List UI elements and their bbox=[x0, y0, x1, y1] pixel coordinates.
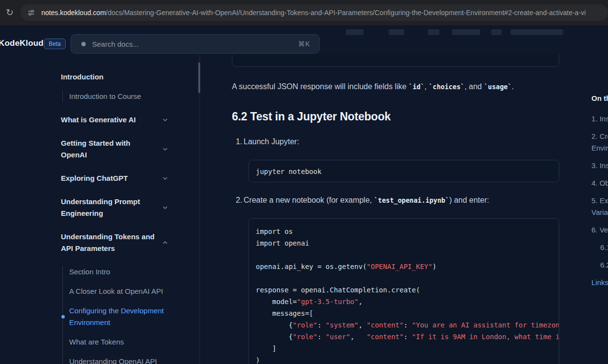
url-host: notes.kodekloud.com bbox=[41, 9, 106, 17]
sidebar-item-section-intro[interactable]: Section Intro bbox=[69, 266, 166, 278]
beta-badge: Beta bbox=[44, 38, 66, 49]
sidebar-group-label: What is Generative AI bbox=[61, 114, 136, 126]
sidebar-item-a-closer-look-at-openai-api[interactable]: A Closer Look at OpenAI API bbox=[69, 286, 166, 297]
inline-code-notebook-filename: `test_openai.ipynb` bbox=[374, 196, 449, 204]
browser-chrome: ↻ notes.kodekloud.com/docs/Mastering-Gen… bbox=[0, 0, 608, 25]
sidebar-item-configuring-the-development-environment[interactable]: Configuring the Development Environment bbox=[69, 305, 166, 328]
reload-button[interactable]: ↻ bbox=[4, 6, 16, 19]
sidebar-group-getting-started-with-openai[interactable]: Getting Started with OpenAI bbox=[61, 137, 168, 161]
sidebar-nav: Introduction Introduction to Course What… bbox=[0, 55, 197, 364]
sidebar-item-understanding-openai-api-parameters[interactable]: Understanding OpenAI API Parameters bbox=[69, 356, 166, 364]
toc-item-6-2[interactable]: 6.2 bbox=[600, 259, 608, 271]
header-blur-artifact bbox=[389, 29, 404, 35]
sidebar-group-understanding-tokens-and-api-parameters[interactable]: Understanding Tokens and API Parameters bbox=[61, 231, 168, 254]
site-settings-icon[interactable] bbox=[27, 9, 35, 17]
chevron-down-icon bbox=[162, 117, 168, 123]
url-text: notes.kodekloud.com/docs/Mastering-Gener… bbox=[41, 9, 586, 17]
sidebar-section-introduction[interactable]: Introduction bbox=[61, 71, 197, 83]
sidebar-sublist-tokens-and-api: Section Intro A Closer Look at OpenAI AP… bbox=[62, 266, 197, 364]
sidebar-scrollbar-thumb[interactable] bbox=[198, 62, 200, 93]
ordered-list-item-2: 2. Create a new notebook (for example, `… bbox=[232, 194, 560, 206]
list-text: Launch Jupyter: bbox=[244, 136, 299, 148]
sidebar-item-what-are-tokens[interactable]: What are Tokens bbox=[69, 336, 166, 348]
sidebar-group-label: Understanding Prompt Engineering bbox=[61, 196, 158, 219]
header-blur-artifact bbox=[511, 29, 563, 35]
sidebar-group-label: Getting Started with OpenAI bbox=[61, 137, 158, 161]
search-placeholder: Search docs... bbox=[92, 40, 139, 48]
section-heading-6-2: 6.2 Test in a Jupyter Notebook bbox=[232, 110, 391, 123]
list-text: Create a new notebook (for example, `tes… bbox=[244, 194, 489, 206]
toc-item-links[interactable]: Links bbox=[591, 277, 608, 288]
toc-item-3[interactable]: 3. Ins bbox=[591, 160, 608, 172]
sidebar-group-understanding-prompt-engineering[interactable]: Understanding Prompt Engineering bbox=[61, 196, 168, 219]
code-block-python-openai: import osimport openai openai.api_key = … bbox=[248, 218, 559, 364]
url-path: /docs/Mastering-Generative-AI-with-OpenA… bbox=[106, 9, 586, 17]
sidebar-group-label: Understanding Tokens and API Parameters bbox=[61, 231, 158, 254]
header-blur-artifact bbox=[491, 29, 502, 35]
header-blur-artifact bbox=[346, 29, 363, 35]
sidebar-item-introduction-to-course[interactable]: Introduction to Course bbox=[69, 91, 166, 102]
sidebar-group-label: Exploring ChatGPT bbox=[61, 172, 128, 184]
search-input[interactable]: Search docs... ⌘K bbox=[71, 34, 320, 54]
site-header: KodeKloud Beta Search docs... ⌘K bbox=[0, 25, 608, 55]
header-blur-artifact bbox=[428, 29, 439, 35]
toc-item-6[interactable]: 6. Ve bbox=[591, 224, 608, 236]
inline-code-choices: `choices` bbox=[429, 83, 464, 91]
toc-item-6-1[interactable]: 6.1 bbox=[600, 242, 608, 253]
search-shortcut-hint: ⌘K bbox=[298, 40, 310, 48]
chevron-up-icon bbox=[162, 240, 168, 246]
sidebar-scrollbar-track bbox=[199, 55, 200, 364]
list-number: 1. bbox=[232, 136, 244, 148]
sidebar-group-exploring-chatgpt[interactable]: Exploring ChatGPT bbox=[61, 172, 168, 184]
inline-code-usage: `usage` bbox=[484, 83, 512, 91]
toc-item-5[interactable]: 5. ExpVaria bbox=[591, 195, 608, 218]
sidebar-group-what-is-generative-ai[interactable]: What is Generative AI bbox=[61, 114, 168, 126]
on-this-page-toc: On thi 1. Inst 2. CreEnviro 3. Ins 4. Ob… bbox=[591, 93, 608, 294]
response-fields-paragraph: A successful JSON response will include … bbox=[232, 81, 560, 93]
chevron-down-icon bbox=[162, 175, 168, 181]
ordered-list-item-1: 1. Launch Jupyter: bbox=[232, 136, 560, 148]
code-block-jupyter-notebook: jupyter notebook bbox=[248, 160, 559, 182]
search-icon bbox=[81, 42, 86, 46]
chevron-down-icon bbox=[162, 205, 168, 211]
doc-content: A successful JSON response will include … bbox=[232, 55, 560, 364]
toc-item-4[interactable]: 4. Ob bbox=[591, 177, 608, 189]
toc-title: On thi bbox=[591, 93, 608, 104]
sidebar-sublist-introduction: Introduction to Course bbox=[62, 91, 197, 102]
toc-item-1[interactable]: 1. Inst bbox=[591, 113, 608, 125]
list-number: 2. bbox=[232, 194, 244, 206]
kodekloud-logo[interactable]: KodeKloud bbox=[0, 38, 43, 48]
header-blur-artifact bbox=[452, 29, 480, 35]
url-bar[interactable]: notes.kodekloud.com/docs/Mastering-Gener… bbox=[20, 4, 608, 21]
toc-item-2[interactable]: 2. CreEnviro bbox=[591, 131, 608, 154]
inline-code-id: `id` bbox=[409, 83, 425, 91]
chevron-down-icon bbox=[162, 146, 168, 152]
